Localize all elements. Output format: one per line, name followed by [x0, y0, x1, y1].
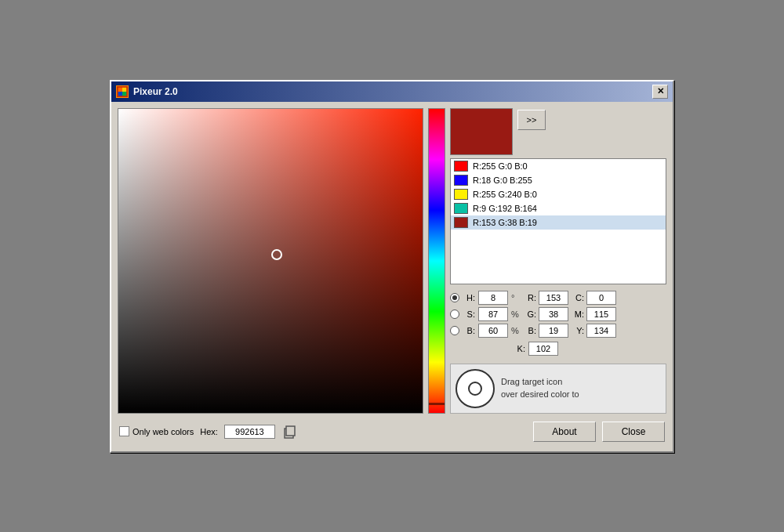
hue-slider[interactable]: [428, 108, 445, 414]
g-group: G:: [524, 307, 568, 321]
b-color-input[interactable]: [539, 324, 568, 338]
m-group: M:: [572, 307, 616, 321]
title-bar: Pixeur 2.0 ✕: [111, 81, 673, 102]
svg-rect-6: [286, 426, 295, 436]
right-panel: >> R:255 G:0 B:0 R:18 G:0 B:255 R:255 G:…: [450, 108, 666, 414]
m-label: M:: [572, 309, 584, 319]
color-gradient[interactable]: [118, 109, 423, 413]
color-swatch-blue: [454, 175, 468, 186]
b-percent-unit: %: [511, 326, 521, 335]
close-button[interactable]: Close: [602, 422, 665, 442]
hue-indicator: [429, 403, 445, 405]
g-input[interactable]: [539, 307, 568, 321]
color-swatch-dark-red: [454, 217, 468, 228]
window-close-button[interactable]: ✕: [652, 85, 668, 99]
color-swatch-teal: [454, 203, 468, 214]
color-label-dark-red: R:153 G:38 B:19: [473, 218, 537, 227]
top-right: >>: [450, 108, 666, 155]
color-list-item-selected[interactable]: R:153 G:38 B:19: [451, 215, 666, 230]
b-brightness-input[interactable]: [478, 324, 508, 338]
color-label-blue: R:18 G:0 B:255: [473, 176, 532, 185]
drag-target-icon[interactable]: [456, 369, 495, 408]
m-input[interactable]: [586, 307, 616, 321]
h-input[interactable]: [478, 291, 508, 305]
degree-unit: °: [511, 293, 521, 302]
arrow-button[interactable]: >>: [517, 110, 546, 130]
window-content: >> R:255 G:0 B:0 R:18 G:0 B:255 R:255 G:…: [111, 102, 673, 451]
r-group: R:: [524, 291, 568, 305]
svg-rect-2: [122, 87, 126, 91]
fields-section: H: ° R: C:: [450, 291, 666, 356]
color-swatch-red: [454, 161, 468, 172]
hex-label: Hex:: [200, 427, 218, 436]
h-field-row: H: ° R: C:: [450, 291, 666, 305]
s-input[interactable]: [478, 307, 508, 321]
r-label: R:: [524, 293, 536, 302]
h-radio[interactable]: [450, 293, 459, 302]
color-label-yellow: R:255 G:240 B:0: [473, 190, 537, 199]
color-list: R:255 G:0 B:0 R:18 G:0 B:255 R:255 G:240…: [450, 158, 666, 284]
y-input[interactable]: [586, 324, 616, 338]
bottom-bar: Only web colors Hex: About Close: [118, 418, 666, 445]
s-percent-unit: %: [511, 309, 521, 319]
copy-icon[interactable]: [281, 424, 297, 440]
svg-rect-1: [118, 87, 122, 91]
hex-input[interactable]: [224, 425, 275, 439]
color-list-item[interactable]: R:255 G:0 B:0: [451, 159, 666, 173]
web-colors-label[interactable]: Only web colors: [119, 426, 194, 436]
b-label: B:: [463, 326, 475, 335]
window-title: Pixeur 2.0: [133, 86, 178, 97]
main-window: Pixeur 2.0 ✕ >>: [110, 80, 674, 453]
c-label: C:: [572, 293, 584, 302]
b-field-row: B: % B: Y:: [450, 324, 666, 338]
main-row: >> R:255 G:0 B:0 R:18 G:0 B:255 R:255 G:…: [118, 108, 666, 414]
c-input[interactable]: [586, 291, 616, 305]
about-button[interactable]: About: [533, 422, 596, 442]
svg-rect-4: [122, 92, 126, 96]
h-label: H:: [463, 293, 475, 302]
color-list-item[interactable]: R:255 G:240 B:0: [451, 187, 666, 201]
color-swatch-yellow: [454, 189, 468, 200]
k-row: K:: [450, 342, 666, 356]
app-icon: [116, 85, 129, 98]
g-label: G:: [524, 309, 536, 319]
web-colors-checkbox[interactable]: [119, 426, 129, 436]
b-radio[interactable]: [450, 326, 459, 335]
title-bar-left: Pixeur 2.0: [116, 85, 178, 98]
s-radio[interactable]: [450, 309, 459, 319]
color-label-teal: R:9 G:192 B:164: [473, 204, 537, 213]
s-field-row: S: % G: M:: [450, 307, 666, 321]
s-label: S:: [463, 309, 475, 319]
color-picker-canvas[interactable]: [118, 108, 423, 414]
color-list-item[interactable]: R:9 G:192 B:164: [451, 201, 666, 215]
picker-crosshair: [271, 249, 282, 260]
drag-inner-circle: [468, 382, 482, 396]
selected-color-swatch: [450, 108, 513, 155]
k-input[interactable]: [528, 342, 558, 356]
y-group: Y:: [572, 324, 616, 338]
b-color-group: B:: [524, 324, 568, 338]
y-label: Y:: [572, 326, 584, 335]
b-color-label: B:: [524, 326, 536, 335]
color-label-red: R:255 G:0 B:0: [473, 161, 528, 171]
svg-rect-3: [118, 92, 122, 96]
c-group: C:: [572, 291, 616, 305]
r-input[interactable]: [539, 291, 568, 305]
k-label: K:: [513, 344, 525, 353]
drag-target-section: Drag target iconover desired color to: [450, 364, 666, 414]
drag-text: Drag target iconover desired color to: [501, 376, 579, 400]
web-colors-text: Only web colors: [132, 427, 194, 436]
color-list-item[interactable]: R:18 G:0 B:255: [451, 173, 666, 187]
